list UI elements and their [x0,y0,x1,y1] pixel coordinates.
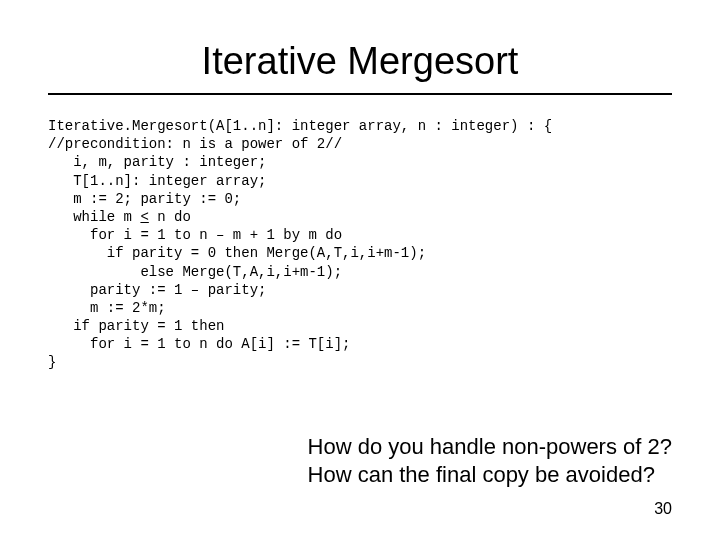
code-line: if parity = 0 then Merge(A,T,i,i+m-1); [48,245,426,261]
code-line: for i = 1 to n do A[i] := T[i]; [48,336,350,352]
question-line: How can the final copy be avoided? [308,461,672,489]
code-line: else Merge(T,A,i,i+m-1); [48,264,342,280]
code-line: i, m, parity : integer; [48,154,266,170]
code-line: //precondition: n is a power of 2// [48,136,342,152]
slide: Iterative Mergesort Iterative.Mergesort(… [0,0,720,540]
code-block: Iterative.Mergesort(A[1..n]: integer arr… [48,117,672,372]
page-number: 30 [654,500,672,518]
question-line: How do you handle non-powers of 2? [308,433,672,461]
code-line: Iterative.Mergesort(A[1..n]: integer arr… [48,118,552,134]
code-line: T[1..n]: integer array; [48,173,266,189]
code-line: m := 2*m; [48,300,166,316]
title-rule [48,93,672,95]
code-line: } [48,354,56,370]
code-line: parity := 1 – parity; [48,282,266,298]
code-line: if parity = 1 then [48,318,224,334]
question-block: How do you handle non-powers of 2? How c… [308,433,672,488]
code-underline: < [140,209,148,225]
code-line: while m [48,209,140,225]
code-line: for i = 1 to n – m + 1 by m do [48,227,342,243]
code-line: m := 2; parity := 0; [48,191,241,207]
slide-title: Iterative Mergesort [48,40,672,83]
code-line: n do [149,209,191,225]
